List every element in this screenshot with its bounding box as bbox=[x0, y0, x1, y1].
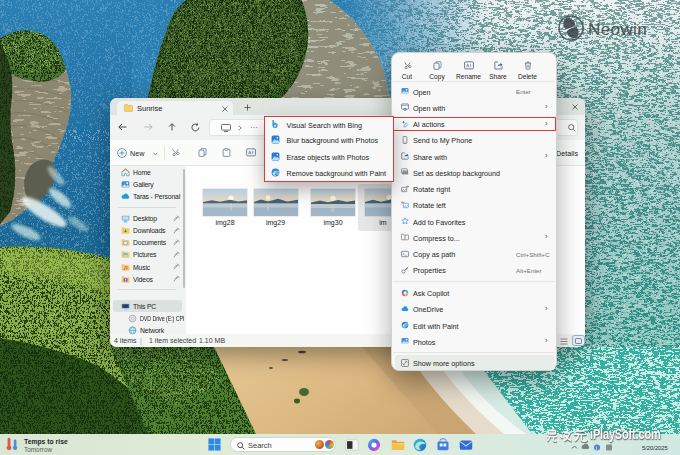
svg-text:Neowin: Neowin bbox=[588, 20, 647, 39]
